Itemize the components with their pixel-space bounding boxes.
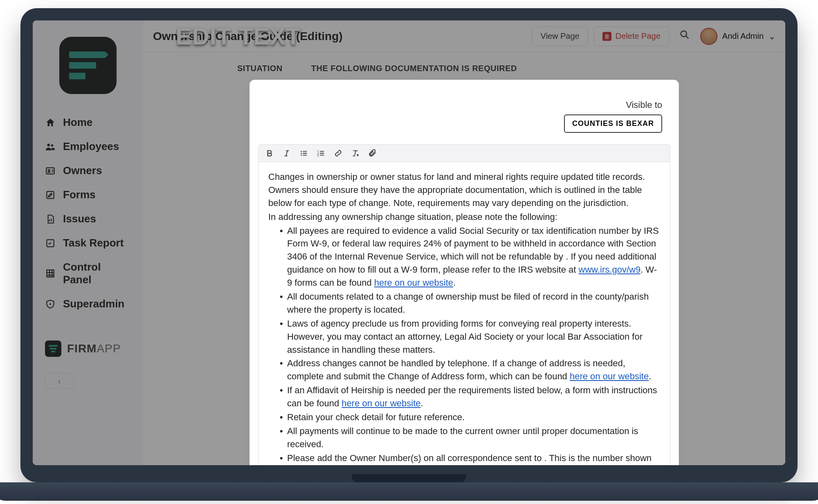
- main-content: Ownership Change Guide (Editing) View Pa…: [143, 20, 785, 465]
- italic-icon: [282, 149, 291, 158]
- editor-list-item: If an Affidavit of Heirship is needed pe…: [287, 384, 660, 410]
- sidebar-item-label: Superadmin: [63, 298, 124, 310]
- trash-icon: 🗑: [602, 32, 611, 41]
- sidebar-item-label: Control Panel: [63, 261, 131, 286]
- editor-link[interactable]: here on our website: [342, 398, 420, 408]
- chevron-left-icon: ‹: [58, 376, 61, 386]
- link-icon: [334, 149, 343, 158]
- edit-square-icon: [45, 190, 56, 200]
- sidebar-item-label: Owners: [63, 164, 102, 177]
- sidebar-item-task-report[interactable]: Task Report: [33, 231, 143, 255]
- visibility-section: Visible to COUNTIES IS BEXAR: [250, 80, 679, 144]
- search-icon: [679, 29, 690, 40]
- svg-rect-2: [46, 168, 54, 174]
- link-button[interactable]: [333, 148, 344, 159]
- app-logo: [59, 37, 117, 94]
- svg-rect-4: [47, 191, 54, 198]
- edit-text-panel: Visible to COUNTIES IS BEXAR 123: [249, 80, 679, 465]
- user-menu[interactable]: Andi Admin ⌄: [700, 28, 775, 45]
- svg-point-1: [51, 144, 53, 146]
- numbered-list-icon: 123: [317, 149, 326, 158]
- sidebar-item-superadmin[interactable]: Superadmin: [33, 292, 143, 316]
- svg-point-10: [301, 155, 302, 156]
- brand-footer-icon: [45, 340, 61, 357]
- avatar: [700, 28, 717, 45]
- editor-list-item: All payments will continue to be made to…: [287, 425, 660, 451]
- chevron-down-icon: ⌄: [769, 31, 775, 41]
- sidebar-item-label: Issues: [63, 213, 96, 225]
- delete-page-button[interactable]: 🗑 Delete Page: [594, 27, 669, 46]
- numbered-list-button[interactable]: 123: [316, 148, 326, 159]
- editor-link[interactable]: www.irs.gov/w9: [579, 264, 641, 275]
- document-icon: [45, 214, 56, 224]
- visible-to-label: Visible to: [266, 100, 662, 110]
- editor-list-item: All documents related to a change of own…: [287, 290, 660, 316]
- shield-star-icon: [45, 299, 56, 309]
- background-table-header: SITUATION THE FOLLOWING DOCUMENTATION IS…: [155, 60, 773, 80]
- id-card-icon: [45, 166, 56, 176]
- editor-content[interactable]: Changes in ownership or owner status for…: [258, 162, 670, 465]
- checklist-icon: [45, 238, 56, 249]
- editor-paragraph: In addressing any ownership change situa…: [268, 211, 660, 224]
- clear-format-icon: [351, 149, 360, 158]
- home-icon: [45, 117, 56, 128]
- editor-list-item: Retain your check detail for future refe…: [287, 411, 660, 424]
- sidebar-item-label: Task Report: [63, 237, 124, 249]
- grid-icon: [45, 268, 56, 279]
- slide-caption: EDIT TEXT: [176, 22, 301, 50]
- sidebar-item-issues[interactable]: Issues: [33, 207, 143, 231]
- sidebar: Home Employees Owners Forms Issues Task …: [33, 20, 143, 465]
- editor-link[interactable]: here on our website: [374, 278, 453, 288]
- svg-point-3: [48, 169, 50, 171]
- clear-format-button[interactable]: [350, 148, 361, 159]
- sidebar-item-forms[interactable]: Forms: [33, 183, 143, 207]
- sidebar-item-control-panel[interactable]: Control Panel: [33, 255, 143, 292]
- visibility-chip[interactable]: COUNTIES IS BEXAR: [564, 114, 662, 133]
- brand-firm-text: FIRM: [67, 342, 97, 355]
- sidebar-item-employees[interactable]: Employees: [33, 134, 143, 159]
- search-button[interactable]: [675, 29, 694, 43]
- user-name: Andi Admin: [722, 31, 764, 41]
- brand-app-text: APP: [97, 342, 121, 355]
- svg-text:3: 3: [317, 154, 319, 157]
- sidebar-item-label: Employees: [63, 140, 119, 153]
- app-screen: Home Employees Owners Forms Issues Task …: [33, 20, 785, 465]
- view-page-button[interactable]: View Page: [532, 27, 588, 46]
- paperclip-icon: [368, 149, 377, 158]
- sidebar-item-label: Home: [63, 116, 92, 129]
- rich-text-editor: 123 Changes in ownership or owner status…: [258, 144, 670, 465]
- sidebar-item-label: Forms: [63, 188, 95, 201]
- editor-list-item: Address changes cannot be handled by tel…: [287, 357, 660, 383]
- people-icon: [45, 141, 56, 152]
- editor-list-item: Laws of agency preclude us from providin…: [287, 317, 660, 356]
- laptop-frame: Home Employees Owners Forms Issues Task …: [20, 8, 798, 482]
- italic-button[interactable]: [281, 148, 292, 159]
- sidebar-item-home[interactable]: Home: [33, 110, 143, 134]
- editor-link[interactable]: here on our website: [570, 371, 649, 381]
- laptop-base: [0, 482, 818, 501]
- bullet-list-button[interactable]: [299, 148, 309, 159]
- brand-footer: FIRMAPP: [33, 332, 143, 365]
- bullet-list-icon: [299, 149, 308, 158]
- bold-button[interactable]: [264, 148, 275, 159]
- editor-toolbar: 123: [258, 145, 670, 162]
- svg-point-9: [301, 153, 302, 154]
- svg-point-8: [301, 151, 302, 152]
- editor-list-item: Please add the Owner Number(s) on all co…: [287, 452, 660, 465]
- attachment-button[interactable]: [367, 148, 378, 159]
- sidebar-collapse-button[interactable]: ‹: [45, 373, 74, 389]
- svg-point-0: [47, 143, 50, 146]
- svg-point-7: [681, 31, 686, 37]
- sidebar-item-owners[interactable]: Owners: [33, 159, 143, 183]
- svg-rect-6: [47, 270, 54, 277]
- editor-paragraph: Changes in ownership or owner status for…: [268, 170, 660, 210]
- editor-list-item: All payees are required to evidence a va…: [287, 224, 660, 289]
- laptop-notch: [352, 474, 466, 483]
- bold-icon: [265, 149, 274, 158]
